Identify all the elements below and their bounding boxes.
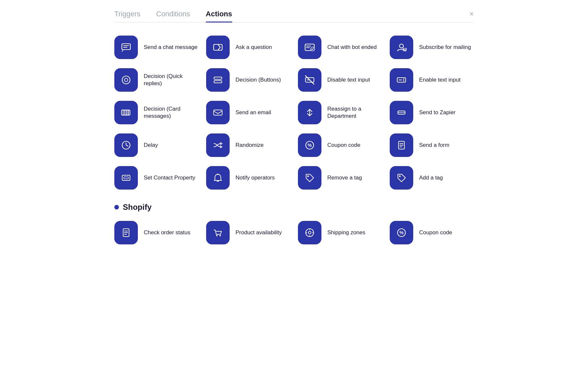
svg-point-43	[220, 235, 221, 236]
delay-label: Delay	[144, 142, 158, 149]
action-disable-input[interactable]: Disable text input	[298, 68, 382, 92]
send-email-label: Send an email	[236, 109, 271, 116]
check-order-label: Check order status	[144, 229, 190, 236]
delay-icon	[114, 133, 138, 157]
check-order-icon	[114, 221, 138, 244]
action-decision-buttons[interactable]: Decision (Buttons)	[206, 68, 290, 92]
svg-point-11	[124, 78, 128, 82]
action-decision-quick[interactable]: Decision (Quick replies)	[114, 68, 198, 92]
notify-operators-icon	[206, 166, 230, 190]
send-chat-message-label: Send a chat message	[144, 44, 197, 51]
product-availability-label: Product availability	[236, 229, 282, 236]
action-send-email[interactable]: Send an email	[206, 101, 290, 124]
svg-point-36	[307, 176, 309, 177]
action-set-contact[interactable]: Set Contact Property	[114, 166, 198, 190]
svg-rect-23	[214, 110, 222, 115]
svg-point-35	[217, 174, 219, 175]
subscribe-mailing-icon	[390, 36, 413, 59]
coupon-code-icon: %	[298, 133, 321, 157]
shopify-coupon-label: Coupon code	[419, 229, 452, 236]
chat-bot-ended-icon	[298, 36, 321, 59]
subscribe-mailing-label: Subscribe for mailing	[419, 44, 471, 51]
svg-rect-3	[214, 44, 222, 50]
tab-conditions[interactable]: Conditions	[156, 10, 190, 22]
disable-input-icon	[298, 68, 321, 92]
ask-question-icon	[206, 36, 230, 59]
ask-question-label: Ask a question	[236, 44, 272, 51]
notify-operators-label: Notify operators	[236, 174, 275, 181]
action-notify-operators[interactable]: Notify operators	[206, 166, 290, 190]
action-delay[interactable]: Delay	[114, 133, 198, 157]
action-product-availability[interactable]: Product availability	[206, 221, 290, 244]
shopify-title: Shopify	[123, 203, 152, 212]
set-contact-label: Set Contact Property	[144, 174, 195, 181]
action-send-chat-message[interactable]: Send a chat message	[114, 36, 198, 59]
action-randomize[interactable]: Randomize	[206, 133, 290, 157]
decision-card-icon	[114, 101, 138, 124]
shopify-dot	[114, 205, 119, 209]
action-shopify-coupon[interactable]: % Coupon code	[390, 221, 474, 244]
svg-rect-13	[214, 81, 222, 83]
svg-rect-12	[214, 77, 222, 79]
shopify-section-header: Shopify	[114, 203, 474, 212]
main-container: Triggers Conditions Actions × Send a cha…	[114, 10, 474, 376]
action-send-form[interactable]: Send a form	[390, 133, 474, 157]
decision-buttons-icon	[206, 68, 230, 92]
remove-tag-label: Remove a tag	[327, 174, 362, 181]
shopify-grid: Check order status Product availability	[114, 221, 474, 244]
svg-rect-0	[122, 44, 130, 50]
action-shipping-zones[interactable]: Shipping zones	[298, 221, 382, 244]
send-form-icon	[390, 133, 413, 157]
decision-quick-icon	[114, 68, 138, 92]
enable-input-label: Enable text input	[419, 76, 461, 84]
action-ask-question[interactable]: Ask a question	[206, 36, 290, 59]
tab-actions[interactable]: Actions	[206, 10, 232, 22]
disable-input-label: Disable text input	[327, 76, 370, 84]
action-subscribe-mailing[interactable]: Subscribe for mailing	[390, 36, 474, 59]
shipping-zones-label: Shipping zones	[327, 229, 365, 236]
decision-card-label: Decision (Card messages)	[144, 105, 198, 120]
send-zapier-icon	[390, 101, 413, 124]
randomize-label: Randomize	[236, 142, 264, 149]
reassign-dept-icon	[298, 101, 321, 124]
svg-text:%: %	[308, 143, 312, 148]
enable-input-icon	[390, 68, 413, 92]
close-button[interactable]: ×	[469, 10, 474, 22]
svg-point-45	[308, 231, 311, 234]
send-email-icon	[206, 101, 230, 124]
decision-buttons-label: Decision (Buttons)	[236, 76, 281, 84]
chat-bot-ended-label: Chat with bot ended	[327, 44, 377, 51]
decision-quick-label: Decision (Quick replies)	[144, 73, 198, 87]
action-add-tag[interactable]: Add a tag	[390, 166, 474, 190]
send-chat-message-icon	[114, 36, 138, 59]
add-tag-icon	[390, 166, 413, 190]
action-check-order[interactable]: Check order status	[114, 221, 198, 244]
shopify-coupon-icon: %	[390, 221, 413, 244]
svg-point-10	[122, 76, 130, 84]
action-reassign-dept[interactable]: Reassign to a Department	[298, 101, 382, 124]
svg-rect-33	[122, 175, 130, 180]
tabs-bar: Triggers Conditions Actions ×	[114, 10, 474, 23]
send-zapier-label: Send to Zapier	[419, 109, 456, 116]
action-remove-tag[interactable]: Remove a tag	[298, 166, 382, 190]
randomize-icon	[206, 133, 230, 157]
shipping-zones-icon	[298, 221, 321, 244]
add-tag-label: Add a tag	[419, 174, 443, 181]
set-contact-icon	[114, 166, 138, 190]
svg-point-8	[400, 44, 403, 48]
svg-point-37	[399, 176, 401, 177]
svg-point-42	[216, 235, 218, 236]
coupon-code-label: Coupon code	[327, 142, 360, 149]
svg-rect-34	[124, 177, 128, 179]
tab-triggers[interactable]: Triggers	[114, 10, 140, 22]
send-form-label: Send a form	[419, 142, 449, 149]
reassign-dept-label: Reassign to a Department	[327, 105, 382, 120]
svg-rect-21	[125, 110, 130, 115]
action-coupon-code[interactable]: % Coupon code	[298, 133, 382, 157]
product-availability-icon	[206, 221, 230, 244]
action-chat-bot-ended[interactable]: Chat with bot ended	[298, 36, 382, 59]
action-decision-card[interactable]: Decision (Card messages)	[114, 101, 198, 124]
svg-text:%: %	[400, 230, 404, 235]
action-send-zapier[interactable]: Send to Zapier	[390, 101, 474, 124]
action-enable-input[interactable]: Enable text input	[390, 68, 474, 92]
